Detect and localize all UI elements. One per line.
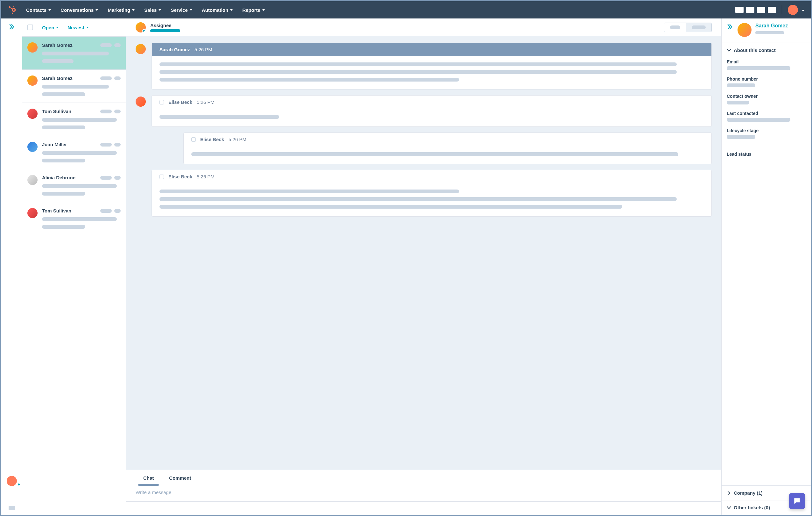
inbox-item-name: Tom Sullivan: [42, 208, 71, 213]
nav-items: Contacts Conversations Marketing Sales S…: [26, 7, 265, 13]
user-avatar[interactable]: [788, 5, 798, 15]
context-header: Sarah Gomez: [722, 19, 811, 43]
context-subtitle-placeholder: [755, 31, 784, 34]
composer-input[interactable]: Write a message: [126, 485, 721, 501]
nav-right: [735, 5, 804, 15]
field-lead-status: Lead status: [727, 152, 806, 157]
message: Elise Beck 5:26 PM: [136, 95, 712, 127]
nav-conversations[interactable]: Conversations: [60, 7, 98, 13]
avatar: [27, 43, 37, 53]
field-owner: Contact owner: [727, 93, 806, 105]
thread-pane: Assignee Sarah Gomez 5:26 PM: [126, 19, 722, 515]
inbox-item-name: Sarah Gomez: [42, 43, 72, 48]
filter-sort[interactable]: Newest: [67, 25, 89, 30]
field-email: Email: [727, 59, 806, 70]
nav-pill-2[interactable]: [746, 7, 754, 13]
left-rail: [1, 19, 22, 515]
message-sender: Elise Beck: [168, 174, 192, 179]
rail-expand-icon[interactable]: [8, 24, 15, 31]
inbox-item-name: Alicia Debrune: [42, 175, 76, 180]
message-sender: Elise Beck: [168, 99, 192, 105]
nav-sales[interactable]: Sales: [144, 7, 161, 13]
user-menu-chevron-icon[interactable]: [802, 7, 804, 13]
about-section-header[interactable]: About this contact: [727, 48, 806, 53]
assignee-avatar[interactable]: [136, 22, 146, 32]
nav-contacts[interactable]: Contacts: [26, 7, 51, 13]
nav-pill-3[interactable]: [757, 7, 765, 13]
tab-chat[interactable]: Chat: [136, 470, 162, 485]
inbox-item[interactable]: Alicia Debrune: [22, 169, 126, 202]
nav-service[interactable]: Service: [171, 7, 192, 13]
svg-rect-5: [9, 7, 12, 9]
context-body: About this contact Email Phone number Co…: [722, 43, 811, 485]
composer-tabs: Chat Comment: [126, 470, 721, 485]
message: Elise Beck 5:26 PM: [136, 170, 712, 217]
context-contact-name[interactable]: Sarah Gomez: [755, 23, 788, 29]
inbox-item-name: Juan Miller: [42, 142, 67, 147]
avatar: [27, 175, 37, 185]
presence-dot-icon: [17, 483, 20, 486]
inbox-item-name: Sarah Gomez: [42, 76, 72, 81]
chevron-down-icon: [727, 506, 731, 510]
context-collapse-icon[interactable]: [727, 24, 733, 31]
message-avatar: [136, 44, 146, 54]
context-panel: Sarah Gomez About this contact Email Pho…: [722, 19, 811, 515]
avatar: [27, 142, 37, 152]
message-checkbox[interactable]: [160, 174, 164, 179]
inbox-item[interactable]: Sarah Gomez: [22, 36, 126, 70]
message-avatar: [136, 97, 146, 107]
nav-pill-4[interactable]: [768, 7, 776, 13]
nav-marketing[interactable]: Marketing: [108, 7, 135, 13]
inbox-filters: Open Newest: [22, 19, 126, 36]
message: Sarah Gomez 5:26 PM: [136, 43, 712, 89]
hubspot-logo-icon[interactable]: [8, 5, 17, 14]
avatar: [27, 109, 37, 119]
inbox-item[interactable]: Tom Sullivan: [22, 202, 126, 235]
inbox-list: Open Newest Sarah Gomez Sarah Gomez: [22, 19, 126, 515]
rail-bottom[interactable]: [1, 501, 22, 515]
assignee-name-placeholder: [150, 29, 180, 32]
presence-dot-icon: [142, 29, 146, 32]
field-phone: Phone number: [727, 77, 806, 87]
svg-point-3: [13, 6, 14, 8]
message-sender: Elise Beck: [200, 137, 224, 142]
chevron-right-icon: [727, 491, 731, 495]
message-time: 5:26 PM: [195, 47, 212, 52]
message-time: 5:26 PM: [197, 174, 214, 179]
rail-bottom-pill: [8, 506, 15, 510]
message-checkbox[interactable]: [191, 137, 196, 142]
message-checkbox[interactable]: [160, 100, 164, 105]
thread-header: Assignee: [126, 19, 721, 36]
inbox-item-name: Tom Sullivan: [42, 109, 71, 114]
nav-automation[interactable]: Automation: [202, 7, 233, 13]
thread-messages: Sarah Gomez 5:26 PM Elise Beck 5:26 PM: [126, 36, 721, 470]
composer-footer: [126, 501, 721, 515]
message-time: 5:26 PM: [197, 99, 214, 105]
inbox-item[interactable]: Sarah Gomez: [22, 70, 126, 103]
nav-reports[interactable]: Reports: [242, 7, 265, 13]
svg-point-4: [12, 13, 13, 14]
message-sender: Sarah Gomez: [160, 47, 190, 52]
thread-view-toggle[interactable]: [664, 23, 712, 32]
svg-point-1: [13, 9, 14, 10]
field-lifecycle: Lifecycle stage: [727, 128, 806, 139]
inbox-item[interactable]: Tom Sullivan: [22, 103, 126, 136]
context-avatar: [737, 23, 752, 37]
assignee-label: Assignee: [150, 23, 180, 28]
chat-fab[interactable]: [789, 493, 805, 509]
nav-pill-1[interactable]: [735, 7, 744, 13]
filter-status[interactable]: Open: [42, 25, 59, 30]
tab-comment[interactable]: Comment: [162, 470, 199, 485]
message: Elise Beck 5:26 PM: [151, 133, 712, 164]
inbox-items: Sarah Gomez Sarah Gomez: [22, 36, 126, 515]
inbox-item[interactable]: Juan Miller: [22, 136, 126, 169]
avatar: [27, 76, 37, 86]
rail-user-avatar[interactable]: [7, 476, 17, 486]
chat-icon: [793, 497, 801, 505]
avatar: [27, 208, 37, 218]
top-nav: Contacts Conversations Marketing Sales S…: [1, 1, 811, 19]
field-last-contacted: Last contacted: [727, 111, 806, 122]
select-all-checkbox[interactable]: [27, 25, 33, 30]
chevron-down-icon: [727, 48, 731, 53]
nav-divider: [782, 5, 782, 14]
